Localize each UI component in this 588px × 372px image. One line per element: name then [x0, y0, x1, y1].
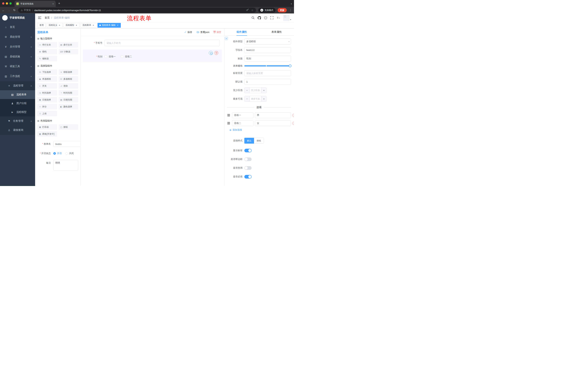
copy-field-button[interactable]	[209, 51, 213, 55]
option-1-label-input[interactable]	[232, 112, 253, 118]
component-item[interactable]: ◷时间选择	[37, 90, 57, 96]
update-button[interactable]: 更新	[278, 8, 287, 12]
label-width-input[interactable]	[244, 70, 291, 76]
component-item[interactable]: ▧日期范围	[59, 97, 78, 102]
tab-close-icon[interactable]: ×	[52, 2, 54, 5]
sidebar-item-process-form[interactable]: ▤ 流程表单	[0, 90, 35, 99]
option-2-label-input[interactable]	[232, 120, 253, 126]
tag-process-form-edit[interactable]: 流程表单-编辑 ×	[97, 23, 121, 28]
tab-form-properties[interactable]: 表单属性	[259, 28, 294, 35]
sidebar-item-process-model[interactable]: ► 流程模型	[0, 108, 35, 117]
sidebar-item-system-management[interactable]: ⚙ 系统管理 ∨	[0, 32, 35, 42]
canvas-field-phone[interactable]: *手机号	[83, 38, 222, 48]
tab-search-caret-icon[interactable]: ▾	[291, 3, 292, 5]
component-item[interactable]: –•滑块	[59, 83, 78, 89]
component-item[interactable]: ◐开关	[37, 83, 57, 89]
new-tab-button[interactable]: +	[58, 2, 60, 5]
close-icon[interactable]: ×	[92, 24, 94, 27]
key-icon[interactable]	[246, 9, 248, 11]
component-item[interactable]: ▭单行文本	[37, 42, 57, 47]
component-item[interactable]: ▤多行文本	[59, 42, 78, 47]
drag-handle-icon[interactable]	[227, 123, 230, 123]
delete-field-button[interactable]	[214, 51, 218, 55]
component-item[interactable]: ◉单选框组	[37, 76, 57, 82]
radio-closed[interactable]: 关闭	[65, 152, 74, 155]
checkbox-option-2[interactable]: 选项二	[121, 55, 132, 58]
view-json-button[interactable]: 查看json	[197, 31, 210, 34]
add-option-button[interactable]: ⊕ 添加选项	[230, 128, 291, 132]
title-input[interactable]	[244, 56, 291, 62]
component-item[interactable]: ⋎级联选择	[59, 69, 78, 75]
sidebar-item-leave-query[interactable]: ♙ 请假查询	[0, 126, 35, 135]
component-item[interactable]: ⊙下拉选择	[37, 69, 57, 75]
collapse-sidebar-icon[interactable]	[38, 17, 41, 19]
security-status[interactable]: ⚠ 不安全	[21, 9, 31, 12]
remove-option-button[interactable]: −	[292, 122, 294, 125]
reload-button[interactable]: ↻	[13, 9, 16, 12]
browser-tab[interactable]: 芋道管理系统 ×	[15, 1, 56, 7]
clear-button[interactable]: 清空	[214, 31, 221, 34]
sidebar-item-payment-management[interactable]: ¥ 支付管理 ∨	[0, 42, 35, 52]
slider-handle[interactable]	[289, 65, 292, 67]
github-icon[interactable]	[258, 16, 261, 20]
component-item[interactable]: ◔时间范围	[59, 90, 78, 96]
max-select-value[interactable]: 最多可选	[250, 96, 261, 102]
close-icon[interactable]: ×	[58, 24, 61, 27]
breadcrumb-home[interactable]: 首页	[45, 16, 50, 20]
increase-button[interactable]: +	[261, 87, 266, 93]
disabled-toggle[interactable]	[244, 166, 252, 170]
close-icon[interactable]: ×	[75, 24, 78, 27]
address-bar[interactable]: ⚠ 不安全 dashboard.yudao.iocoder.cn/bpm/man…	[18, 8, 256, 13]
style-button-button[interactable]: 按钮	[254, 138, 264, 144]
component-item[interactable]: ☆评分	[37, 104, 57, 109]
grid-slider[interactable]	[244, 64, 291, 67]
sidebar-item-workflow[interactable]: ▥ 工作流程 ∧	[0, 71, 35, 81]
component-item[interactable]: ▦表格[开发中]	[37, 131, 57, 137]
min-select-value[interactable]: 至少应选	[250, 87, 261, 93]
search-icon[interactable]	[252, 16, 254, 19]
option-1-value-input[interactable]	[255, 112, 291, 118]
option-2-value-input[interactable]	[255, 120, 291, 126]
back-button[interactable]: ←	[2, 9, 5, 12]
sidebar-item-infrastructure[interactable]: ▤ 基础设施 ∨	[0, 52, 35, 62]
form-name-input[interactable]	[53, 141, 81, 147]
user-menu[interactable]: ▾	[283, 15, 291, 21]
font-size-icon[interactable]: TT	[276, 16, 280, 19]
sidebar-item-process-management[interactable]: ≡ 流程管理 ∧	[0, 81, 35, 90]
required-toggle[interactable]	[244, 175, 252, 179]
sidebar-item-task-management[interactable]: ⚑ 任务管理 ∨	[0, 117, 35, 126]
bookmark-star-icon[interactable]: ☆	[251, 9, 253, 12]
field-name-input[interactable]	[244, 47, 291, 53]
forward-button[interactable]: →	[7, 9, 10, 12]
close-icon[interactable]: ×	[116, 24, 119, 27]
tag-process-model[interactable]: 流程模型 ×	[64, 23, 80, 28]
border-toggle[interactable]	[244, 158, 252, 161]
component-item[interactable]: 123计数器	[59, 49, 78, 54]
phone-input[interactable]	[105, 40, 220, 46]
component-item[interactable]: ⊠密码	[37, 49, 57, 54]
tag-home[interactable]: 首页	[38, 23, 46, 28]
canvas[interactable]: *手机号 *性别 选项一 选项二	[81, 36, 224, 186]
decrease-button[interactable]: −	[244, 96, 250, 102]
save-button[interactable]: ✓ 保存	[184, 31, 192, 34]
increase-button[interactable]: +	[261, 96, 266, 102]
sidebar-item-user-group[interactable]: ♟ 用户分组	[0, 99, 35, 108]
close-window-button[interactable]	[2, 2, 4, 5]
help-icon[interactable]: ?	[264, 16, 267, 20]
component-item[interactable]: ⇧上传	[37, 111, 57, 116]
remove-option-button[interactable]: −	[292, 114, 294, 117]
canvas-field-gender[interactable]: *性别 选项一 选项二	[83, 50, 222, 62]
component-item[interactable]: ◧颜色选择	[59, 104, 78, 109]
component-item[interactable]: ☑多选框组	[59, 76, 78, 82]
component-item[interactable]: ▢按钮	[59, 124, 78, 130]
tag-process-form[interactable]: 流程表单 ×	[81, 23, 96, 28]
decrease-button[interactable]: −	[244, 87, 250, 93]
form-remark-textarea[interactable]: 嘿嘿	[53, 160, 78, 170]
sidebar-logo[interactable]: 芋道管理系统	[0, 13, 35, 22]
component-item[interactable]: ✎编辑器	[37, 56, 57, 61]
minimize-window-button[interactable]	[6, 2, 8, 5]
tag-process-definition[interactable]: 流程定义 ×	[47, 23, 63, 28]
checkbox-option-1[interactable]: 选项一	[105, 55, 116, 58]
fullscreen-icon[interactable]	[270, 16, 273, 19]
component-type-select[interactable]: 多选框组 ▾	[244, 39, 291, 44]
